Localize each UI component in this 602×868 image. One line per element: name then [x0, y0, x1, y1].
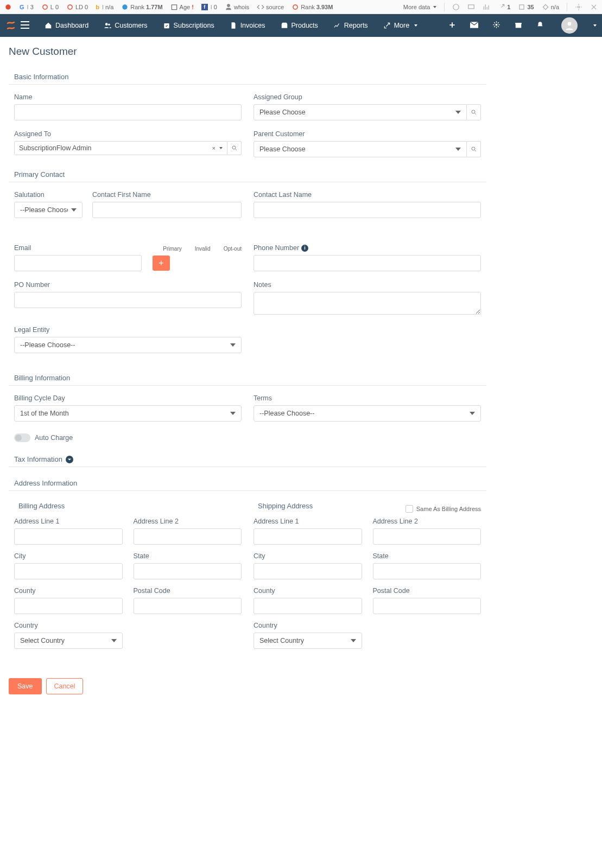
bill-country-select[interactable]: Select Country [14, 633, 123, 649]
label-ship-county: County [254, 587, 362, 595]
ship-line2-input[interactable] [373, 528, 481, 545]
svg-rect-4 [172, 4, 176, 9]
label-name: Name [14, 93, 242, 101]
label-bcd: Billing Cycle Day [14, 394, 242, 402]
bill-line1-input[interactable] [14, 528, 123, 545]
label-auto-charge: Auto Charge [35, 434, 73, 442]
svg-point-20 [232, 146, 236, 149]
ext-rank2[interactable]: Rank3.93M [292, 3, 333, 11]
bill-postal-input[interactable] [134, 598, 242, 614]
bill-city-input[interactable] [14, 563, 123, 579]
nav-customers[interactable]: Customers [96, 14, 155, 37]
salutation-select[interactable]: --Please Choose-- [14, 202, 83, 218]
ship-postal-input[interactable] [373, 598, 481, 614]
first-name-input[interactable] [92, 202, 242, 218]
auto-charge-toggle[interactable] [14, 433, 30, 442]
ext-age[interactable]: Age! [170, 3, 194, 11]
page-title: New Customer [9, 46, 486, 58]
bill-line2-input[interactable] [134, 528, 242, 545]
ext-bing[interactable]: bIn/a [96, 4, 113, 10]
nav-subscriptions[interactable]: Subscriptions [155, 14, 222, 37]
bill-county-input[interactable] [14, 598, 123, 614]
bill-state-input[interactable] [134, 563, 242, 579]
phone-info-icon[interactable]: i [301, 245, 308, 252]
phone-input[interactable] [254, 255, 481, 271]
ext-ext3[interactable]: n/a [542, 3, 559, 11]
ship-country-select[interactable]: Select Country [254, 633, 362, 649]
assigned-to-select[interactable]: SubscriptionFlow Admin × [14, 141, 227, 155]
assigned-to-clear-icon[interactable]: × [212, 145, 216, 151]
nav-dashboard[interactable]: Dashboard [37, 14, 96, 37]
bcd-select[interactable]: 1st of the Month [14, 405, 242, 422]
assigned-to-search-icon[interactable] [227, 141, 242, 155]
ship-line1-input[interactable] [254, 528, 362, 545]
ext-close-icon[interactable] [590, 3, 598, 11]
nav-invoices[interactable]: Invoices [222, 14, 273, 37]
ext-source[interactable]: source [257, 3, 284, 11]
nav-add-icon[interactable] [448, 21, 456, 30]
nav-reports[interactable]: Reports [326, 14, 376, 37]
assigned-group-search-icon[interactable] [467, 104, 481, 120]
nav-gear-icon[interactable] [492, 21, 500, 30]
nav-products[interactable]: Products [273, 14, 326, 37]
nav-gift-icon[interactable] [515, 21, 522, 30]
ext-whois[interactable]: whois [225, 3, 249, 11]
last-name-input[interactable] [254, 202, 481, 218]
user-menu-caret[interactable] [593, 24, 597, 27]
ext-google[interactable]: GI3 [20, 4, 34, 10]
svg-rect-7 [468, 4, 474, 8]
ext-screen-icon[interactable] [467, 3, 475, 11]
terms-select[interactable]: --Please Choose-- [254, 405, 481, 422]
user-avatar[interactable] [561, 17, 578, 34]
svg-point-0 [5, 4, 10, 9]
ship-city-input[interactable] [254, 563, 362, 579]
ext-gear-icon[interactable] [575, 3, 582, 11]
assigned-group-select[interactable]: Please Choose [254, 104, 467, 120]
label-first-name: Contact First Name [92, 191, 242, 199]
notes-textarea[interactable] [254, 292, 481, 315]
ext-more-data[interactable]: More data [403, 4, 437, 10]
label-bill-city: City [14, 552, 123, 560]
ext-l[interactable]: L0 [41, 3, 59, 11]
svg-point-6 [453, 4, 459, 10]
email-input[interactable] [14, 255, 142, 271]
label-same-as-billing: Same As Billing Address [416, 506, 481, 512]
label-bill-county: County [14, 587, 123, 595]
ext-icon-bug[interactable] [4, 3, 12, 11]
main-navbar: Dashboard Customers Subscriptions Invoic… [0, 14, 602, 37]
label-assigned-group: Assigned Group [254, 93, 481, 101]
save-button[interactable]: Save [9, 678, 42, 694]
menu-toggle-icon[interactable] [21, 21, 29, 30]
svg-rect-13 [281, 24, 287, 28]
ext-rank1[interactable]: Rank1.77M [121, 3, 162, 11]
parent-customer-search-icon[interactable] [467, 141, 481, 157]
section-tax[interactable]: Tax Information [9, 452, 486, 467]
label-bill-country: Country [14, 622, 123, 629]
name-input[interactable] [14, 104, 242, 120]
same-as-billing-checkbox[interactable] [405, 505, 413, 513]
label-bill-line1: Address Line 1 [14, 518, 123, 525]
parent-customer-select[interactable]: Please Choose [254, 141, 467, 157]
svg-point-5 [293, 4, 297, 9]
ship-county-input[interactable] [254, 598, 362, 614]
ext-fb[interactable]: fI0 [201, 4, 217, 10]
legal-entity-select[interactable]: --Please Choose-- [14, 337, 242, 353]
nav-mail-icon[interactable] [470, 22, 478, 30]
svg-rect-17 [515, 23, 522, 24]
ship-state-input[interactable] [373, 563, 481, 579]
cancel-button[interactable]: Cancel [46, 678, 84, 694]
assigned-to-caret-icon[interactable] [219, 147, 223, 149]
ext-ext1[interactable]: 1 [498, 3, 510, 11]
ext-ld[interactable]: LD0 [66, 3, 88, 11]
ext-chart-icon[interactable] [483, 3, 490, 11]
ext-ext2[interactable]: 35 [518, 3, 534, 11]
label-bill-line2: Address Line 2 [134, 518, 242, 525]
label-notes: Notes [254, 281, 481, 289]
nav-bell-icon[interactable] [536, 21, 544, 31]
add-email-button[interactable]: + [153, 256, 170, 271]
svg-point-3 [123, 4, 128, 9]
ext-info-icon[interactable] [452, 3, 460, 11]
po-input[interactable] [14, 292, 242, 308]
nav-more[interactable]: More [376, 14, 425, 37]
chevron-down-icon [66, 456, 73, 463]
